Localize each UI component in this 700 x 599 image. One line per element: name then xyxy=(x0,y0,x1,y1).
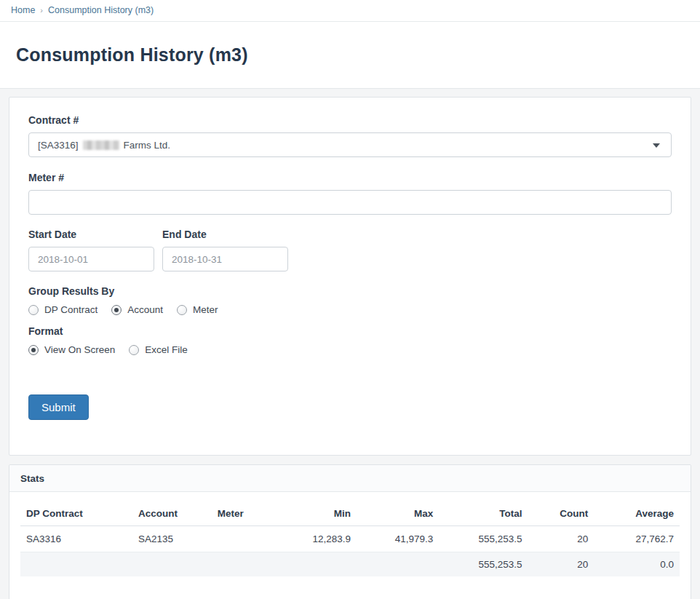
radio-option-view-on-screen[interactable]: View On Screen xyxy=(28,344,115,355)
column-header-min: Min xyxy=(277,499,357,526)
radio-label: DP Contract xyxy=(44,304,98,315)
table-row: SA3316 SA2135 12,283.9 41,979.3 555,253.… xyxy=(20,526,680,552)
breadcrumb: Home›Consumption History (m3) xyxy=(0,0,700,22)
footer-cell xyxy=(277,552,357,577)
date-range-row: Start Date End Date xyxy=(28,229,672,271)
breadcrumb-home-link[interactable]: Home xyxy=(11,5,35,15)
stats-table: DP Contract Account Meter Min Max Total … xyxy=(20,499,680,576)
end-date-label: End Date xyxy=(162,229,288,240)
column-header-total: Total xyxy=(439,499,528,526)
meter-input[interactable] xyxy=(28,190,672,215)
table-header-row: DP Contract Account Meter Min Max Total … xyxy=(20,499,680,526)
footer-cell-count: 20 xyxy=(528,552,594,577)
column-header-account: Account xyxy=(132,499,212,526)
breadcrumb-current: Consumption History (m3) xyxy=(48,5,154,15)
radio-option-dp-contract[interactable]: DP Contract xyxy=(28,304,98,315)
footer-cell xyxy=(357,552,439,577)
footer-cell xyxy=(20,552,132,577)
chevron-down-icon xyxy=(653,143,660,148)
stats-panel-body: DP Contract Account Meter Min Max Total … xyxy=(9,492,691,599)
contract-select[interactable]: [SA3316]Farms Ltd. xyxy=(28,132,672,157)
radio-icon[interactable] xyxy=(111,305,122,315)
cell-total: 555,253.5 xyxy=(439,526,528,552)
radio-option-account[interactable]: Account xyxy=(111,304,163,315)
radio-icon[interactable] xyxy=(28,345,39,355)
column-header-dp-contract: DP Contract xyxy=(20,499,132,526)
footer-cell-total: 555,253.5 xyxy=(439,552,528,577)
column-header-count: Count xyxy=(528,499,594,526)
consumption-filter-form: Contract # [SA3316]Farms Ltd. Meter # St… xyxy=(9,97,691,456)
contract-label: Contract # xyxy=(28,114,672,126)
radio-option-excel-file[interactable]: Excel File xyxy=(129,344,188,355)
start-date-label: Start Date xyxy=(28,229,154,240)
footer-cell-average: 0.0 xyxy=(594,552,680,577)
start-date-input[interactable] xyxy=(28,247,154,271)
contract-value: [SA3316]Farms Ltd. xyxy=(38,140,170,151)
group-by-radio-group: DP Contract Account Meter xyxy=(28,304,672,316)
stats-panel-title: Stats xyxy=(9,465,691,492)
column-header-max: Max xyxy=(357,499,439,526)
main-content: Contract # [SA3316]Farms Ltd. Meter # St… xyxy=(0,89,700,599)
radio-label: Meter xyxy=(193,304,218,315)
page-header: Consumption History (m3) xyxy=(0,22,700,89)
cell-max: 41,979.3 xyxy=(357,526,439,552)
cell-dp-contract: SA3316 xyxy=(20,526,132,552)
column-header-meter: Meter xyxy=(212,499,278,526)
radio-option-meter[interactable]: Meter xyxy=(177,304,218,315)
redacted-customer-name xyxy=(83,140,119,150)
column-header-average: Average xyxy=(594,499,680,526)
stats-panel: Stats DP Contract Account Meter Min Max … xyxy=(9,464,691,599)
submit-button[interactable]: Submit xyxy=(28,394,89,420)
radio-label: Account xyxy=(127,304,163,315)
cell-meter xyxy=(212,526,278,552)
cell-count: 20 xyxy=(528,526,594,552)
radio-icon[interactable] xyxy=(28,305,39,315)
radio-label: View On Screen xyxy=(44,344,115,355)
breadcrumb-separator-icon: › xyxy=(40,6,43,15)
footer-cell xyxy=(132,552,212,577)
format-radio-group: View On Screen Excel File xyxy=(28,344,672,356)
format-label: Format xyxy=(28,325,672,337)
cell-average: 27,762.7 xyxy=(594,526,680,552)
cell-min: 12,283.9 xyxy=(277,526,357,552)
end-date-input[interactable] xyxy=(162,247,288,271)
table-footer-row: 555,253.5 20 0.0 xyxy=(20,552,680,577)
meter-label: Meter # xyxy=(28,172,672,183)
cell-account: SA2135 xyxy=(132,526,212,552)
page-title: Consumption History (m3) xyxy=(16,44,684,66)
group-results-by-label: Group Results By xyxy=(28,285,672,297)
footer-cell xyxy=(212,552,278,577)
radio-label: Excel File xyxy=(145,344,188,355)
radio-icon[interactable] xyxy=(177,305,187,315)
radio-icon[interactable] xyxy=(129,345,139,355)
